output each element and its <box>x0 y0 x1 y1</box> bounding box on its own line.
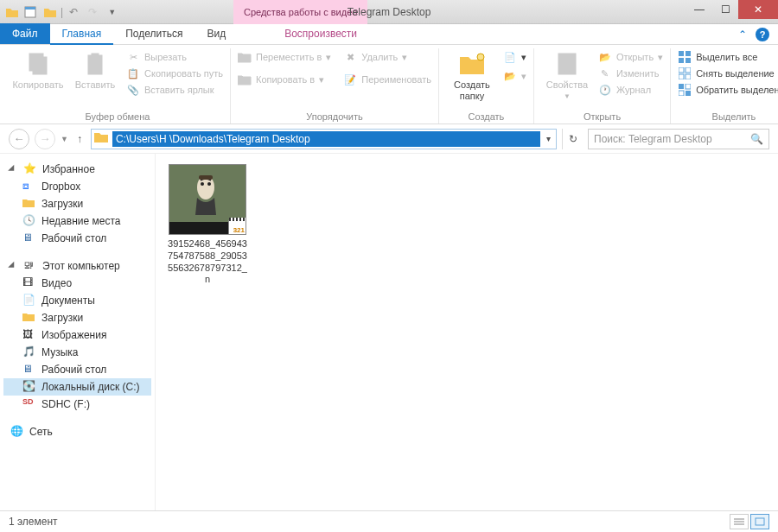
qat-undo-icon[interactable]: ↶ <box>65 3 82 21</box>
status-bar: 1 элемент <box>0 510 778 531</box>
sidebar-dropbox[interactable]: ⧈Dropbox <box>3 178 151 195</box>
open-button[interactable]: 📂Открыть ▾ <box>598 50 663 64</box>
qat-folder-icon[interactable] <box>3 3 21 21</box>
item-count: 1 элемент <box>9 516 58 528</box>
address-folder-icon <box>93 130 111 148</box>
svg-rect-10 <box>686 51 691 56</box>
svg-rect-17 <box>679 84 684 89</box>
new-item-button[interactable]: 📄▾ <box>503 50 526 64</box>
sidebar-downloads[interactable]: Загрузки <box>3 195 151 212</box>
group-open-label: Открыть <box>541 110 663 124</box>
edit-icon: ✎ <box>598 66 612 80</box>
hdd-icon: 💽 <box>22 380 36 394</box>
copy-to-button[interactable]: Копировать в ▾ <box>238 73 331 86</box>
music-icon: 🎵 <box>22 345 36 359</box>
sidebar-sdhc[interactable]: SDSDHC (F:) <box>3 396 151 413</box>
sidebar-thispc[interactable]: 🖳Этот компьютер <box>3 257 151 275</box>
cut-icon: ✂ <box>126 50 140 64</box>
sidebar-localdisk[interactable]: 💽Локальный диск (C:) <box>3 378 151 396</box>
sidebar-network[interactable]: 🌐Сеть <box>3 423 151 440</box>
sidebar-pictures[interactable]: 🖼Изображения <box>3 326 151 344</box>
sidebar-documents[interactable]: 📄Документы <box>3 292 151 309</box>
sidebar-desktop[interactable]: 🖥Рабочий стол <box>3 230 151 247</box>
new-folder-button[interactable]: Создать папку <box>446 50 498 102</box>
computer-icon: 🖳 <box>23 259 37 273</box>
collapse-ribbon-icon[interactable]: ⌃ <box>738 28 747 41</box>
details-view-button[interactable] <box>730 514 749 529</box>
forward-button[interactable]: → <box>35 129 55 149</box>
qat-redo-icon[interactable]: ↷ <box>84 3 101 21</box>
help-icon[interactable]: ? <box>756 28 769 41</box>
easy-access-icon: 📂 <box>503 69 517 83</box>
svg-rect-5 <box>92 54 99 57</box>
paste-shortcut-button[interactable]: 📎Вставить ярлык <box>126 83 223 97</box>
sidebar-favorites[interactable]: ⭐Избранное <box>3 161 151 178</box>
new-folder-label: Создать папку <box>446 79 498 102</box>
tab-home[interactable]: Главная <box>50 24 114 45</box>
navigation-pane[interactable]: ⭐Избранное ⧈Dropbox Загрузки 🕓Недавние м… <box>0 154 156 510</box>
tab-view[interactable]: Вид <box>194 23 238 44</box>
svg-rect-4 <box>88 55 102 74</box>
group-clipboard-label: Буфер обмена <box>12 110 223 124</box>
thumbnails-view-button[interactable] <box>750 514 769 529</box>
maximize-button[interactable]: ☐ <box>712 0 738 19</box>
title-bar: | ↶ ↷ ▼ Средства работы с видео Telegram… <box>0 0 778 24</box>
svg-rect-19 <box>679 91 684 96</box>
file-list[interactable]: 321 39152468_456943 754787588_29053 5563… <box>156 154 778 510</box>
copy-button[interactable]: Копировать <box>12 50 64 91</box>
copy-path-button[interactable]: 📋Скопировать путь <box>126 66 223 80</box>
copy-path-icon: 📋 <box>126 66 140 80</box>
svg-rect-11 <box>679 58 684 63</box>
svg-point-22 <box>201 182 204 186</box>
back-button[interactable]: ← <box>9 129 29 149</box>
qat-properties-icon[interactable] <box>22 3 40 21</box>
sidebar-videos[interactable]: 🎞Видео <box>3 275 151 292</box>
delete-button[interactable]: ✖Удалить ▾ <box>343 50 431 64</box>
edit-button[interactable]: ✎Изменить <box>598 66 663 80</box>
invert-icon <box>678 83 692 97</box>
svg-rect-20 <box>686 91 691 96</box>
properties-label: Свойства <box>546 79 588 91</box>
search-input[interactable]: Поиск: Telegram Desktop 🔍 <box>588 129 769 149</box>
tab-share[interactable]: Поделиться <box>113 23 194 44</box>
sidebar-desktop2[interactable]: 🖥Рабочий стол <box>3 361 151 378</box>
file-item[interactable]: 321 39152468_456943 754787588_29053 5563… <box>166 164 249 286</box>
svg-rect-3 <box>33 57 47 74</box>
invert-selection-button[interactable]: Обратить выделение <box>678 83 778 97</box>
history-icon: 🕐 <box>598 83 612 97</box>
sidebar-music[interactable]: 🎵Музыка <box>3 344 151 361</box>
history-dropdown-icon[interactable]: ▼ <box>61 135 68 143</box>
svg-rect-9 <box>679 51 684 56</box>
up-button[interactable]: ↑ <box>73 133 86 145</box>
sidebar-downloads2[interactable]: Загрузки <box>3 309 151 326</box>
deselect-button[interactable]: Снять выделение <box>678 66 778 80</box>
video-badge-icon: 321 <box>228 220 246 235</box>
rename-button[interactable]: 📝Переименовать <box>343 73 431 86</box>
address-dropdown-icon[interactable]: ▾ <box>540 134 556 143</box>
refresh-button[interactable]: ↻ <box>562 129 583 149</box>
documents-icon: 📄 <box>22 294 36 307</box>
close-button[interactable]: ✕ <box>738 0 778 19</box>
minimize-button[interactable]: — <box>686 0 712 19</box>
sidebar-recent[interactable]: 🕓Недавние места <box>3 212 151 230</box>
properties-button[interactable]: Свойства ▼ <box>541 50 593 101</box>
move-to-button[interactable]: Переместить в ▾ <box>238 50 331 64</box>
video-thumbnail: 321 <box>169 164 246 235</box>
cut-button[interactable]: ✂Вырезать <box>126 50 223 64</box>
history-button[interactable]: 🕐Журнал <box>598 83 663 97</box>
tab-play[interactable]: Воспроизвести <box>272 23 369 44</box>
qat-divider: | <box>61 6 63 18</box>
address-path[interactable]: C:\Users\H \Downloads\Telegram Desktop <box>112 131 540 147</box>
qat-new-folder-icon[interactable] <box>41 3 59 21</box>
downloads-icon <box>22 197 36 211</box>
search-icon: 🔍 <box>750 133 763 145</box>
new-folder-icon <box>458 50 486 78</box>
address-bar[interactable]: C:\Users\H \Downloads\Telegram Desktop ▾ <box>91 129 557 149</box>
open-icon: 📂 <box>598 50 612 64</box>
paste-button[interactable]: Вставить <box>69 50 121 91</box>
qat-dropdown-icon[interactable]: ▼ <box>108 8 116 16</box>
tab-file[interactable]: Файл <box>0 23 50 44</box>
group-select-label: Выделить <box>678 110 778 124</box>
easy-access-button[interactable]: 📂▾ <box>503 69 526 83</box>
select-all-button[interactable]: Выделить все <box>678 50 778 64</box>
